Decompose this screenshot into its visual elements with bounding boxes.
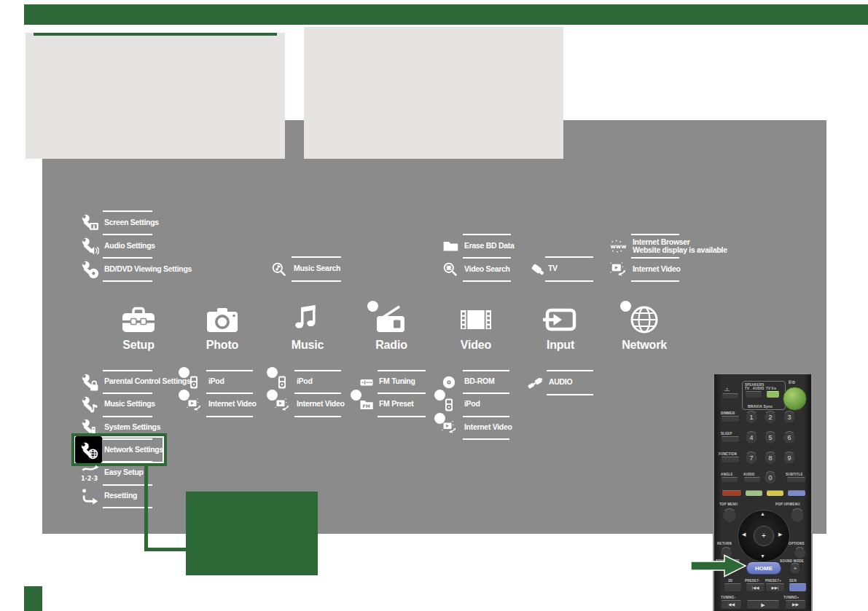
menu-item-label: Easy Setup [104,461,144,484]
sound-mode-right-label: SOUND MODE [780,559,804,563]
digit-button-0[interactable]: 0 [764,471,777,484]
music-search-icon [271,261,287,277]
home-button[interactable]: HOME [746,562,781,575]
popup-menu-button[interactable] [790,508,805,523]
sleep-button[interactable] [721,436,740,443]
divider-line [103,280,152,282]
menu-item-label: Audio Settings [104,234,155,257]
sound-mode-plus-button[interactable]: + [789,563,801,575]
remote-label: TUNING+ [783,596,799,599]
category-label: Setup [98,339,179,352]
wrench-audio-icon [80,237,99,256]
remote-label: RETURN [717,542,732,545]
dpad-down[interactable]: ▼ [760,553,765,559]
menu-item-label: Network Settings [104,438,163,461]
speakers-tv-audio-button[interactable] [745,391,762,398]
digit-button-4[interactable]: 4 [745,431,758,444]
category-radio[interactable]: Radio [351,303,431,352]
menu-item-erase-bd-data[interactable]: Erase BD Data [439,234,607,257]
menu-item-network-settings[interactable]: Network Settings [71,438,239,461]
play-button[interactable]: ▶ [746,600,780,610]
fm-tuning-icon [359,375,374,390]
settings-menu-top: Screen SettingsAudio SettingsBD/DVD View… [71,210,239,283]
color-key-red[interactable] [722,490,742,497]
menu-item-audio[interactable]: AUDIO [524,370,692,394]
divider-line [292,280,341,282]
audio-button[interactable] [743,477,761,483]
dpad-right[interactable]: ▶ [778,532,782,537]
sen-button[interactable] [789,583,807,592]
menu-item-bd-dvd-viewing-settings[interactable]: BD/DVD Viewing Settings [71,257,239,280]
top-menu-button[interactable] [722,508,737,523]
wrench-disc-icon [80,260,99,279]
menu-item-label: Internet Video [464,416,512,438]
color-key-green[interactable] [745,490,763,497]
fast-forward-button[interactable]: ▶▶ [785,600,806,610]
menu-item-screen-settings[interactable]: Screen Settings [71,210,239,234]
category-network[interactable]: Network [604,303,684,352]
remote-label: TUNING- [721,596,735,599]
wrench-globe-icon [79,441,98,460]
category-label: Photo [182,339,262,352]
svg-text:1·2·3: 1·2·3 [81,475,98,482]
color-key-yellow[interactable] [766,490,784,497]
callout-box [186,492,318,575]
menu-item-internet-video[interactable]: Internet Video [433,416,601,438]
power-button[interactable] [783,387,807,411]
menu-item-audio-settings[interactable]: Audio Settings [71,234,239,257]
remote-label: PRESET- [745,579,760,583]
rewind-button[interactable]: ◀◀ [721,600,742,610]
eject-button[interactable] [722,393,739,399]
remote-label: PRESET+ [765,579,781,583]
digit-button-6[interactable]: 6 [783,431,796,444]
radio-icon [351,303,431,336]
angle-button[interactable] [721,477,738,483]
dpad-left[interactable]: ◀ [742,532,746,537]
color-key-blue[interactable] [787,490,806,497]
menu-item-internet-browser[interactable]: wwwInternet BrowserWebsite display is av… [607,234,775,257]
side-button-label: DIMMER [721,411,735,415]
category-photo[interactable]: Photo [182,303,262,352]
menu-item-label: FM Preset [379,393,413,415]
bravia-sync-label: BRAVIA Sync [748,404,773,409]
category-video[interactable]: Video [436,303,516,352]
audio-cable-icon [527,375,543,391]
globe-icon [604,303,684,336]
dpad-center-button[interactable]: + [754,526,774,546]
menu-item-label-line2: Website display is available [633,246,727,254]
folder-icon [442,238,458,254]
function-button[interactable] [721,457,740,463]
www-icon: www [610,238,626,254]
divider-line [206,416,253,417]
divider-line [463,280,511,282]
category-music[interactable]: Music [267,303,348,352]
menu-item-label: TV [548,256,558,280]
menu-item-music-search[interactable]: Music Search [268,256,436,280]
digit-button-5[interactable]: 5 [764,431,777,444]
digit-button-3[interactable]: 3 [783,411,796,424]
tv-power-button[interactable] [766,391,780,398]
digit-button-1[interactable]: 1 [745,411,758,424]
menu-item-label: FM Tuning [379,370,415,393]
preset-up-button[interactable]: ▶▶| [765,583,785,592]
digit-button-9[interactable]: 9 [783,452,796,465]
digit-button-8[interactable]: 8 [764,452,777,465]
options-button[interactable] [794,547,806,559]
menu-item-internet-video[interactable]: Internet Video [607,257,775,280]
subtitle-button[interactable] [786,477,806,483]
dpad-up[interactable]: ▲ [760,511,765,516]
menu-item-label: Internet Video [208,393,257,415]
video-search-icon [442,261,458,277]
dimmer-button[interactable] [721,416,740,422]
remote-label: AUDIO [743,473,755,476]
category-input[interactable]: Input [520,303,601,352]
category-setup[interactable]: Setup [98,303,179,352]
header-bar [24,4,868,25]
digit-button-2[interactable]: 2 [764,411,777,424]
menu-item-easy-setup[interactable]: 1·2·3Easy Setup [71,461,239,484]
home-menu-panel: Screen SettingsAudio SettingsBD/DVD View… [42,120,826,534]
preset-down-button[interactable]: |◀◀ [746,583,765,592]
note-text-block [304,27,563,159]
3d-button[interactable] [724,583,742,592]
digit-button-7[interactable]: 7 [745,452,758,465]
